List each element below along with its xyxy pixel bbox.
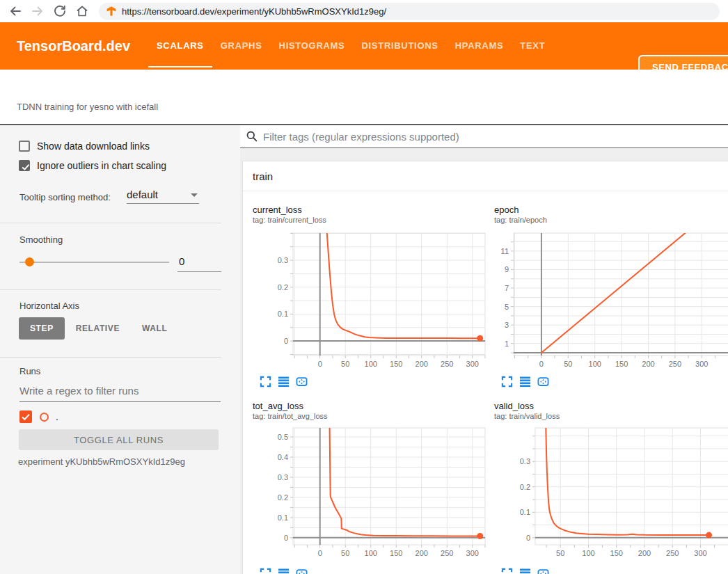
axis-option-relative[interactable]: RELATIVE: [65, 317, 131, 340]
svg-text:150: 150: [610, 549, 623, 557]
fit-domain-to-data-icon[interactable]: [296, 376, 308, 388]
settings-sidebar: Show data download links Ignore outliers…: [0, 125, 240, 574]
svg-text:0: 0: [526, 534, 530, 542]
run-list-item[interactable]: .: [19, 410, 58, 423]
smoothing-slider-thumb[interactable]: [25, 257, 34, 266]
svg-text:200: 200: [416, 549, 428, 557]
svg-text:250: 250: [441, 549, 453, 557]
train-section-header[interactable]: train: [243, 161, 728, 191]
divider: [0, 289, 221, 290]
toggle-log-scale-icon[interactable]: [278, 376, 290, 388]
runs-label: Runs: [19, 366, 40, 376]
svg-text:150: 150: [390, 549, 402, 557]
tab-scalars[interactable]: SCALARS: [148, 22, 212, 70]
home-icon[interactable]: [75, 4, 89, 18]
fit-domain-to-data-icon[interactable]: [296, 568, 308, 574]
runs-filter-underline: [19, 401, 221, 402]
svg-text:300: 300: [695, 360, 708, 368]
toggle-all-runs-button[interactable]: TOGGLE ALL RUNS: [19, 429, 219, 450]
fit-domain-to-data-icon[interactable]: [537, 376, 549, 388]
show-download-links-checkbox[interactable]: Show data download links: [19, 141, 150, 152]
toggle-log-scale-icon[interactable]: [278, 568, 290, 574]
experiment-id-caption: experiment yKUbhb5wRmOSXYkId1z9eg: [18, 456, 185, 467]
chart-plot-valid_loss[interactable]: 5010015020025030000.10.20.3: [494, 424, 728, 563]
main-content: Filter tags (regular expressions support…: [240, 125, 728, 574]
svg-text:0.2: 0.2: [520, 483, 530, 491]
checkbox-label: Show data download links: [37, 141, 150, 152]
svg-text:0: 0: [539, 360, 544, 368]
svg-text:0.2: 0.2: [278, 493, 288, 502]
svg-text:100: 100: [365, 549, 377, 557]
svg-text:0.5: 0.5: [278, 433, 288, 441]
smoothing-slider-track[interactable]: [19, 262, 169, 263]
chart-tag: tag: train/current_loss: [253, 216, 499, 225]
run-color-swatch: [40, 413, 49, 422]
chart-card-epoch: epochtag: train/epoch0501001502002503001…: [494, 205, 728, 388]
chart-actions: [253, 376, 499, 388]
url-text: https://tensorboard.dev/experiment/yKUbh…: [122, 6, 386, 17]
expand-chart-icon[interactable]: [260, 568, 271, 574]
axis-option-step[interactable]: STEP: [19, 317, 65, 340]
runs-filter-input[interactable]: Write a regex to filter runs: [19, 385, 139, 397]
subheader: TDNN training for yesno with icefall: [0, 70, 728, 125]
tab-hparams[interactable]: HPARAMS: [447, 22, 512, 70]
expand-chart-icon[interactable]: [501, 568, 513, 574]
chart-actions: [494, 568, 728, 574]
svg-text:250: 250: [669, 360, 681, 368]
svg-text:100: 100: [582, 549, 594, 557]
svg-text:5: 5: [505, 303, 509, 311]
svg-text:0.1: 0.1: [520, 508, 530, 516]
svg-text:0.2: 0.2: [278, 283, 288, 292]
chart-plot-tot_avg_loss[interactable]: 05010015020025030000.10.20.30.40.5: [253, 424, 486, 563]
smoothing-value: 0: [179, 255, 184, 267]
app-header: TensorBoard.dev SCALARSGRAPHSHISTOGRAMSD…: [0, 22, 728, 70]
chart-plot-epoch[interactable]: 0501001502002503001357911: [494, 228, 728, 371]
svg-text:0.1: 0.1: [278, 513, 288, 522]
svg-text:200: 200: [638, 549, 651, 557]
svg-text:11: 11: [501, 247, 509, 255]
ignore-outliers-checkbox[interactable]: Ignore outliers in chart scaling: [19, 160, 166, 171]
smoothing-value-underline: [177, 271, 221, 272]
train-section-card: train current_losstag: train/current_los…: [242, 161, 728, 574]
checkbox-checked-icon[interactable]: [19, 160, 30, 171]
fit-domain-to-data-icon[interactable]: [537, 568, 549, 574]
tab-text[interactable]: TEXT: [512, 22, 553, 70]
chart-title: tot_avg_loss: [253, 401, 499, 411]
tab-histograms[interactable]: HISTOGRAMS: [271, 22, 354, 70]
expand-chart-icon[interactable]: [260, 376, 271, 388]
tab-distributions[interactable]: DISTRIBUTIONS: [353, 22, 446, 70]
reload-icon[interactable]: [53, 4, 67, 18]
forward-icon[interactable]: [31, 4, 45, 18]
tooltip-sorting-label: Tooltip sorting method:: [19, 192, 111, 202]
tab-bar: SCALARSGRAPHSHISTOGRAMSDISTRIBUTIONSHPAR…: [148, 22, 553, 70]
chart-actions: [494, 376, 728, 388]
chart-card-valid_loss: valid_losstag: train/valid_loss501001502…: [494, 401, 728, 574]
horizontal-axis-buttons: STEPRELATIVEWALL: [19, 317, 178, 340]
divider: [0, 357, 221, 358]
svg-text:50: 50: [341, 549, 349, 557]
checkbox-label: Ignore outliers in chart scaling: [37, 160, 166, 171]
back-icon[interactable]: [8, 4, 22, 18]
svg-text:150: 150: [615, 360, 628, 368]
horizontal-axis-label: Horizontal Axis: [19, 301, 79, 311]
svg-text:0: 0: [284, 534, 288, 542]
chart-title: current_loss: [253, 205, 499, 215]
svg-text:200: 200: [416, 360, 428, 368]
chart-plot-current_loss[interactable]: 05010015020025030000.10.20.3: [253, 228, 486, 371]
toggle-log-scale-icon[interactable]: [519, 568, 531, 574]
tag-filter-bar[interactable]: Filter tags (regular expressions support…: [240, 125, 728, 148]
expand-chart-icon[interactable]: [501, 376, 513, 388]
svg-text:250: 250: [666, 549, 679, 557]
run-name: .: [56, 411, 58, 422]
axis-option-wall[interactable]: WALL: [131, 317, 178, 340]
run-checkbox-checked-icon[interactable]: [19, 410, 32, 423]
address-bar[interactable]: https://tensorboard.dev/experiment/yKUbh…: [99, 3, 720, 20]
svg-text:9: 9: [505, 265, 509, 273]
smoothing-label: Smoothing: [19, 234, 63, 245]
svg-text:0: 0: [284, 337, 288, 345]
toggle-log-scale-icon[interactable]: [519, 376, 531, 388]
svg-text:50: 50: [556, 549, 564, 557]
tooltip-sorting-select[interactable]: default: [127, 189, 199, 204]
checkbox-unchecked-icon[interactable]: [19, 141, 30, 152]
tab-graphs[interactable]: GRAPHS: [212, 22, 271, 70]
